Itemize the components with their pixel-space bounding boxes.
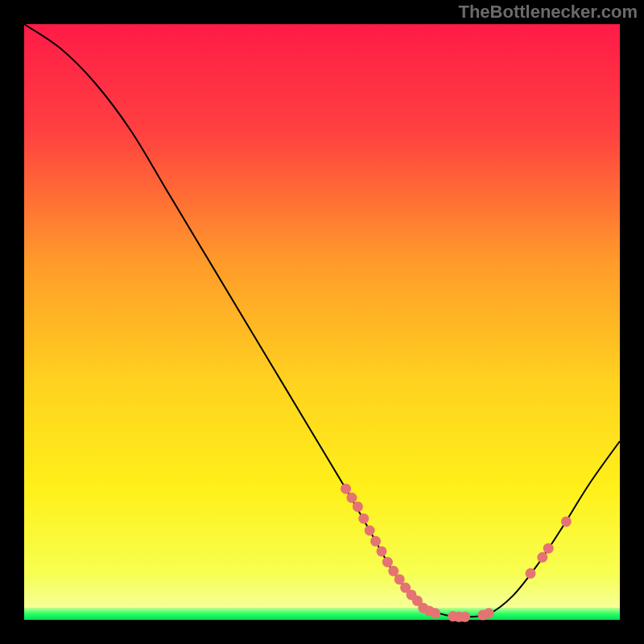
data-marker bbox=[430, 608, 440, 618]
data-marker bbox=[377, 546, 387, 556]
data-marker bbox=[460, 612, 470, 622]
chart-svg bbox=[0, 0, 644, 644]
data-marker bbox=[358, 514, 369, 524]
data-marker bbox=[365, 526, 375, 536]
data-marker bbox=[347, 493, 357, 503]
data-marker bbox=[382, 557, 393, 568]
plot-background bbox=[24, 24, 620, 620]
data-marker bbox=[561, 516, 572, 526]
data-marker bbox=[543, 543, 554, 554]
data-marker bbox=[526, 568, 536, 579]
optimal-zone-band bbox=[24, 608, 620, 620]
data-marker bbox=[341, 484, 351, 494]
attribution-label: TheBottlenecker.com bbox=[458, 2, 638, 23]
bottleneck-chart: TheBottlenecker.com bbox=[0, 0, 644, 644]
data-marker bbox=[537, 552, 547, 563]
data-marker bbox=[353, 502, 363, 512]
data-marker bbox=[370, 536, 381, 547]
data-marker bbox=[484, 608, 494, 618]
